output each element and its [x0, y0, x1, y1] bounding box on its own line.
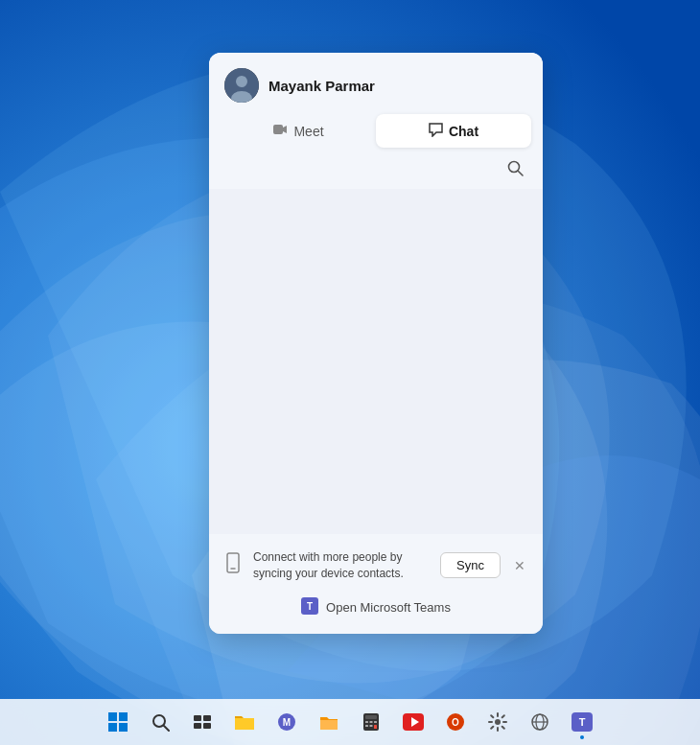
taskbar-item-files[interactable]	[310, 703, 348, 741]
svg-rect-14	[119, 723, 128, 732]
search-button[interactable]	[502, 155, 527, 185]
panel-footer: Connect with more people by syncing your…	[209, 534, 543, 634]
meet-tab-label: Meet	[293, 124, 323, 139]
avatar	[224, 68, 259, 103]
taskbar-item-calculator[interactable]	[352, 703, 390, 741]
taskbar: M	[0, 699, 700, 745]
avatar-image	[224, 68, 259, 103]
taskbar-item-teams-meet[interactable]: M	[268, 703, 306, 741]
tab-meet[interactable]: Meet	[221, 114, 376, 148]
svg-point-35	[495, 719, 501, 725]
taskbar-item-office[interactable]: O	[436, 703, 475, 741]
svg-line-16	[164, 726, 169, 731]
tab-chat[interactable]: Chat	[376, 114, 531, 148]
panel-toolbar	[209, 155, 543, 189]
video-icon	[272, 122, 288, 140]
chat-icon	[429, 123, 443, 140]
chat-area	[209, 189, 543, 534]
taskbar-item-explorer[interactable]	[225, 703, 264, 741]
svg-rect-4	[273, 125, 283, 134]
close-sync-button[interactable]: ✕	[510, 556, 529, 575]
sync-description: Connect with more people by syncing your…	[253, 549, 431, 582]
taskbar-item-start[interactable]	[99, 703, 137, 741]
svg-rect-25	[365, 721, 368, 723]
svg-line-6	[519, 172, 524, 176]
taskbar-item-network[interactable]	[521, 703, 559, 741]
svg-rect-12	[119, 712, 128, 721]
svg-rect-24	[365, 715, 377, 719]
svg-rect-11	[108, 712, 117, 721]
svg-rect-20	[203, 723, 211, 729]
teams-logo-small: T	[301, 597, 318, 618]
taskbar-item-youtube[interactable]	[394, 703, 432, 741]
taskbar-item-search[interactable]	[141, 703, 179, 741]
svg-rect-26	[370, 721, 373, 723]
svg-text:T: T	[579, 716, 586, 728]
svg-rect-7	[227, 553, 239, 572]
teams-chat-panel: Mayank Parmar Meet Chat	[209, 53, 543, 634]
desktop: Mayank Parmar Meet Chat	[0, 0, 700, 745]
svg-text:T: T	[307, 601, 313, 612]
svg-text:M: M	[283, 717, 291, 728]
tabs-row: Meet Chat	[209, 114, 543, 155]
sync-button[interactable]: Sync	[440, 552, 501, 578]
svg-rect-13	[108, 723, 117, 732]
svg-rect-17	[194, 715, 201, 721]
svg-rect-19	[194, 723, 201, 729]
svg-text:O: O	[452, 717, 459, 728]
phone-icon	[222, 552, 244, 578]
chat-tab-label: Chat	[449, 124, 478, 139]
svg-rect-29	[370, 725, 373, 727]
svg-rect-30	[374, 725, 377, 729]
sync-row: Connect with more people by syncing your…	[222, 544, 529, 590]
svg-rect-28	[365, 725, 368, 727]
svg-point-15	[153, 715, 165, 727]
taskbar-item-teams[interactable]: T	[563, 703, 601, 741]
svg-rect-18	[203, 715, 211, 721]
taskbar-item-taskview[interactable]	[183, 703, 222, 741]
open-teams-label: Open Microsoft Teams	[326, 600, 451, 615]
taskbar-item-settings[interactable]	[478, 703, 517, 741]
svg-point-5	[509, 162, 520, 173]
svg-point-2	[236, 76, 247, 87]
open-teams-row[interactable]: T Open Microsoft Teams	[222, 590, 529, 628]
user-name: Mayank Parmar	[268, 78, 375, 94]
panel-header: Mayank Parmar	[209, 53, 543, 114]
svg-rect-27	[374, 721, 377, 723]
